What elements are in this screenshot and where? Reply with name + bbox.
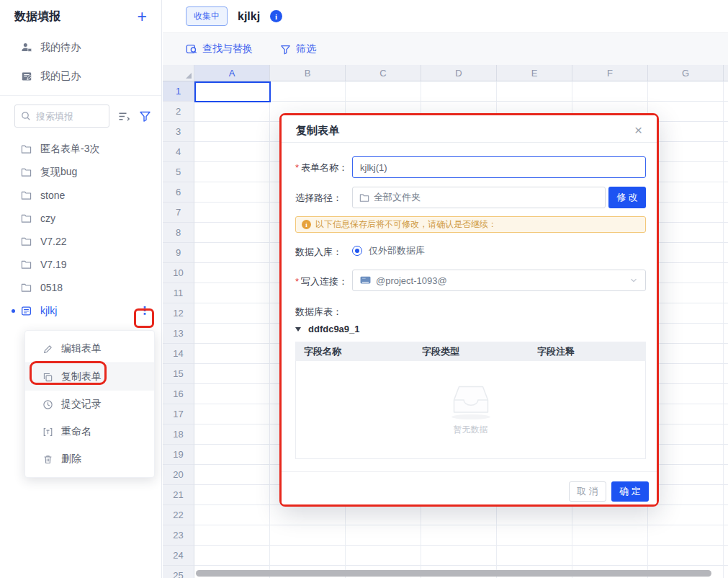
grid-cell[interactable] <box>724 485 728 505</box>
grid-cell[interactable] <box>724 243 728 263</box>
grid-cell[interactable] <box>194 122 270 142</box>
grid-cell[interactable] <box>497 81 572 102</box>
grid-cell[interactable] <box>194 283 270 303</box>
grid-cell[interactable] <box>648 546 724 566</box>
grid-cell[interactable] <box>648 81 724 102</box>
row-header-14[interactable]: 14 <box>163 344 194 364</box>
table-group-row[interactable]: ddfdc9a9_1 <box>295 324 360 334</box>
grid-cell[interactable] <box>194 162 270 182</box>
grid-cell[interactable] <box>346 81 421 102</box>
grid-cell[interactable] <box>648 404 724 424</box>
row-header-24[interactable]: 24 <box>163 546 194 566</box>
filter-button[interactable]: 筛选 <box>280 43 316 55</box>
storage-radio-option[interactable]: 仅外部数据库 <box>352 244 425 257</box>
folder-item[interactable]: 复现bug <box>0 161 161 184</box>
grid-cell[interactable] <box>648 283 724 303</box>
grid-cell[interactable] <box>724 182 728 203</box>
grid-cell[interactable] <box>648 445 724 465</box>
grid-cell[interactable] <box>724 203 728 223</box>
grid-cell[interactable] <box>270 546 346 566</box>
grid-cell[interactable] <box>648 364 724 384</box>
grid-cell[interactable] <box>346 525 421 546</box>
grid-cell[interactable] <box>572 546 648 566</box>
find-replace-button[interactable]: 查找与替换 <box>186 43 253 55</box>
grid-cell[interactable] <box>194 404 270 424</box>
grid-cell[interactable] <box>648 162 724 182</box>
grid-cell[interactable] <box>648 424 724 445</box>
grid-cell[interactable] <box>724 142 728 162</box>
row-header-11[interactable]: 11 <box>163 283 194 303</box>
form-name-input[interactable] <box>352 156 646 178</box>
grid-cell[interactable] <box>497 525 572 546</box>
row-header-9[interactable]: 9 <box>163 243 194 263</box>
column-header-E[interactable]: E <box>497 65 572 81</box>
grid-cell[interactable] <box>648 505 724 525</box>
grid-cell[interactable] <box>648 102 724 122</box>
grid-cell[interactable] <box>648 485 724 505</box>
grid-cell[interactable] <box>648 525 724 546</box>
folder-item[interactable]: 0518 <box>0 276 161 299</box>
row-header-5[interactable]: 5 <box>163 162 194 182</box>
grid-cell[interactable] <box>724 465 728 485</box>
column-header-A[interactable]: A <box>194 65 270 81</box>
row-header-10[interactable]: 10 <box>163 263 194 283</box>
grid-cell[interactable] <box>724 263 728 283</box>
row-header-8[interactable]: 8 <box>163 223 194 243</box>
row-header-2[interactable]: 2 <box>163 102 194 122</box>
filter-funnel-icon[interactable] <box>139 110 151 122</box>
grid-cell[interactable] <box>346 505 421 525</box>
grid-cell[interactable] <box>648 223 724 243</box>
column-header-B[interactable]: B <box>270 65 346 81</box>
grid-cell[interactable] <box>497 505 572 525</box>
grid-cell[interactable] <box>724 162 728 182</box>
search-input[interactable] <box>36 111 96 122</box>
modify-button[interactable]: 修 改 <box>608 187 646 208</box>
sidebar-item-active-form[interactable]: kjlkj ⋮ <box>0 299 161 322</box>
menu-item-edit-form[interactable]: 编辑表单 <box>25 335 154 363</box>
info-icon[interactable]: i <box>270 10 282 22</box>
grid-cell[interactable] <box>194 364 270 384</box>
grid-cell[interactable] <box>270 525 346 546</box>
row-header-18[interactable]: 18 <box>163 424 194 445</box>
grid-cell[interactable] <box>648 303 724 324</box>
horizontal-scrollbar[interactable] <box>196 570 711 577</box>
grid-cell[interactable] <box>194 525 270 546</box>
grid-cell[interactable] <box>421 525 497 546</box>
grid-cell[interactable] <box>724 303 728 324</box>
grid-cell[interactable] <box>724 566 728 578</box>
grid-cell[interactable] <box>497 546 572 566</box>
grid-cell[interactable] <box>346 546 421 566</box>
column-header-G[interactable]: G <box>648 65 724 81</box>
row-header-23[interactable]: 23 <box>163 525 194 546</box>
grid-cell[interactable] <box>724 445 728 465</box>
grid-cell[interactable] <box>194 384 270 404</box>
grid-cell[interactable] <box>194 344 270 364</box>
grid-cell[interactable] <box>724 384 728 404</box>
row-header-17[interactable]: 17 <box>163 404 194 424</box>
sidebar-item-my-done[interactable]: 我的已办 <box>0 62 161 91</box>
menu-item-delete[interactable]: 删除 <box>25 445 154 473</box>
grid-cell[interactable] <box>194 546 270 566</box>
grid-cell[interactable] <box>194 142 270 162</box>
select-all-corner[interactable] <box>163 65 194 81</box>
grid-cell[interactable] <box>724 424 728 445</box>
row-header-15[interactable]: 15 <box>163 364 194 384</box>
menu-item-submit-records[interactable]: 提交记录 <box>25 391 154 418</box>
row-header-16[interactable]: 16 <box>163 384 194 404</box>
grid-cell[interactable] <box>724 283 728 303</box>
grid-cell[interactable] <box>572 525 648 546</box>
grid-cell[interactable] <box>648 465 724 485</box>
grid-cell[interactable] <box>724 546 728 566</box>
menu-item-rename[interactable]: 重命名 <box>25 418 154 445</box>
folder-item[interactable]: V7.22 <box>0 230 161 253</box>
menu-item-copy-form[interactable]: 复制表单 <box>25 363 154 391</box>
grid-cell[interactable] <box>724 122 728 142</box>
row-header-4[interactable]: 4 <box>163 142 194 162</box>
grid-cell[interactable] <box>648 122 724 142</box>
column-header-C[interactable]: C <box>346 65 421 81</box>
folder-item[interactable]: stone <box>0 184 161 207</box>
folder-item[interactable]: V7.19 <box>0 253 161 276</box>
more-actions-icon[interactable]: ⋮ <box>137 304 153 317</box>
row-header-19[interactable]: 19 <box>163 445 194 465</box>
row-header-25[interactable]: 25 <box>163 566 194 578</box>
